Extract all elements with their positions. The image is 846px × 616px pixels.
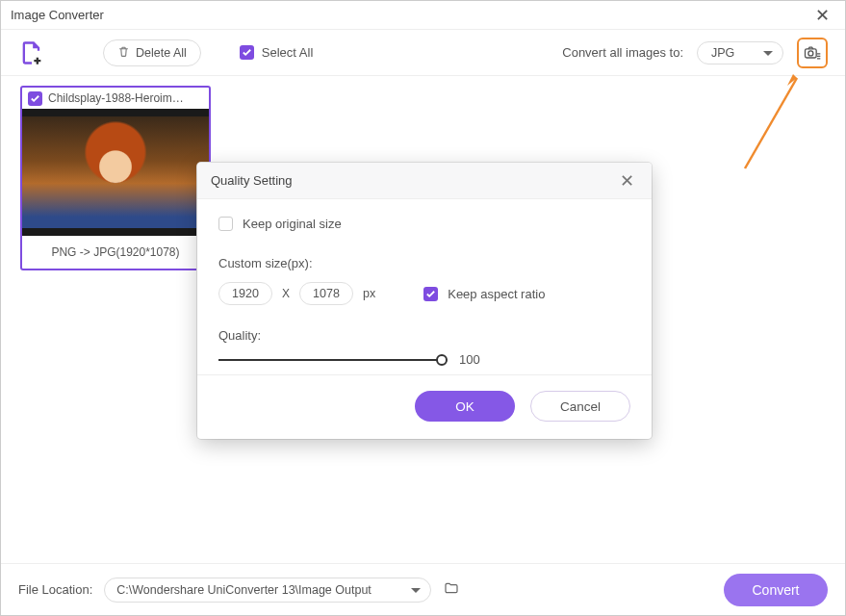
convert-all-label: Convert all images to: [562,45,683,60]
quality-setting-dialog: Quality Setting ✕ Keep original size Cus… [197,163,652,439]
quality-label: Quality: [218,328,630,343]
svg-line-2 [745,78,797,168]
format-select[interactable]: JPG [697,41,783,64]
file-location-path: C:\Wondershare UniConverter 13\Image Out… [116,583,371,597]
keep-aspect-checkbox[interactable] [423,287,438,301]
keep-aspect-label: Keep aspect ratio [448,287,545,301]
delete-all-label: Delete All [136,46,187,60]
dialog-close-icon[interactable]: ✕ [616,170,638,192]
height-input[interactable]: 1078 [299,282,353,305]
settings-button[interactable] [797,38,828,68]
titlebar: Image Converter ✕ [1,1,845,30]
delete-all-button[interactable]: Delete All [103,39,201,66]
window-title: Image Converter [11,8,809,22]
svg-point-1 [808,50,813,55]
keep-original-label: Keep original size [243,217,342,231]
thumbnail-image [22,109,209,236]
trash-icon [117,45,130,61]
select-all-label: Select All [262,45,313,60]
convert-button[interactable]: Convert [724,574,828,606]
svg-rect-0 [806,48,817,57]
format-selected-value: JPG [711,46,734,60]
width-input[interactable]: 1920 [218,282,272,305]
cancel-button[interactable]: Cancel [530,391,630,422]
slider-knob[interactable] [436,354,448,366]
footer: File Location: C:\Wondershare UniConvert… [1,563,845,615]
file-location-label: File Location: [18,582,92,597]
checkbox-checked-icon [240,45,254,60]
thumbnail-header: Childsplay-1988-Heroim… [22,88,209,109]
keep-original-checkbox[interactable] [218,217,233,231]
add-file-icon[interactable] [18,39,45,66]
file-location-select[interactable]: C:\Wondershare UniConverter 13\Image Out… [104,578,431,603]
px-label: px [363,287,375,300]
quality-slider[interactable] [218,353,442,367]
custom-size-label: Custom size(px): [218,256,630,270]
close-icon[interactable]: ✕ [809,5,835,26]
open-folder-icon[interactable] [443,580,460,600]
camera-gear-icon [803,43,822,63]
ok-button[interactable]: OK [415,391,515,422]
annotation-arrow [739,68,807,174]
image-thumbnail-card[interactable]: Childsplay-1988-Heroim… PNG -> JPG(1920*… [20,86,211,270]
thumbnail-conversion-info: PNG -> JPG(1920*1078) [22,236,209,269]
quality-value: 100 [459,352,480,367]
select-all-checkbox[interactable]: Select All [240,45,313,60]
toolbar: Delete All Select All Convert all images… [1,30,845,76]
dialog-header: Quality Setting ✕ [197,163,652,199]
dialog-title: Quality Setting [211,173,616,188]
thumbnail-checkbox[interactable] [28,91,42,106]
times-label: X [282,287,290,300]
thumbnail-filename: Childsplay-1988-Heroim… [48,91,184,105]
